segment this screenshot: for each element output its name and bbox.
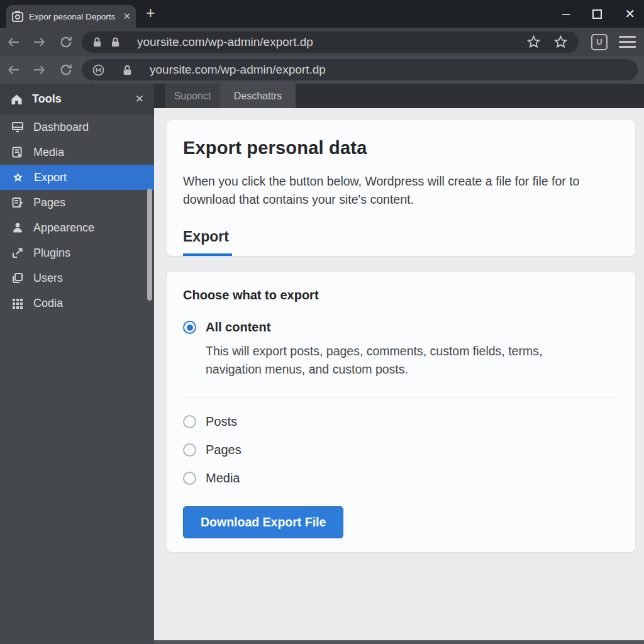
browser-window: Expor pesonal Deports ✕ + – ✕ yoursite	[0, 0, 644, 644]
sidebar-title: Tools	[32, 92, 126, 106]
content-tab-deschattrs[interactable]: Deschattrs	[220, 84, 296, 108]
sidebar-item-dashboard[interactable]: Dashboard	[0, 114, 154, 140]
users-icon	[11, 272, 24, 284]
back-icon[interactable]	[0, 36, 26, 48]
radio-selected-icon[interactable]	[183, 321, 196, 334]
export-description: When you click the button below, Wordpre…	[183, 172, 611, 209]
radio-label: Media	[206, 471, 240, 486]
forward-icon[interactable]	[26, 36, 53, 48]
window-minimize-button[interactable]: –	[562, 11, 570, 17]
sidebar-item-label: Media	[33, 146, 64, 159]
back-icon[interactable]	[0, 64, 26, 76]
sidebar-close-icon[interactable]: ✕	[135, 92, 144, 106]
grid-icon	[11, 297, 24, 309]
divider	[183, 397, 619, 397]
content-tabstrip: Suponct Deschattrs	[154, 84, 644, 108]
export-subtab[interactable]: Export	[183, 228, 619, 245]
lock-icon	[92, 36, 103, 48]
sidebar-item-users[interactable]: Users	[0, 265, 154, 291]
radio-label: Posts	[206, 414, 237, 429]
sidebar-item-plugins[interactable]: Plugins	[0, 240, 154, 265]
reload-icon[interactable]	[53, 63, 79, 77]
window-maximize-button[interactable]	[592, 9, 602, 19]
media-icon	[11, 146, 24, 158]
sidebar-item-label: Dashboard	[33, 121, 89, 134]
appearance-icon	[11, 221, 24, 234]
export-card: Export personal data When you click the …	[167, 120, 635, 256]
lock-icon	[121, 64, 133, 76]
extension-icon[interactable]: U	[591, 34, 608, 50]
plugins-icon	[11, 247, 24, 259]
badge-icon	[92, 64, 105, 77]
active-tab-underline	[183, 253, 232, 257]
address-bar[interactable]: yoursite.com/wp-admin/export.dp	[82, 59, 638, 80]
radio-option-posts[interactable]: Posts	[183, 414, 619, 430]
favicon	[11, 10, 24, 23]
all-content-description: This will export posts, pages, comments,…	[206, 342, 583, 379]
lock-icon	[110, 36, 121, 48]
sidebar-item-label: Export	[34, 171, 67, 184]
export-star-icon	[11, 171, 25, 184]
content-area: Suponct Deschattrs Export personal data …	[154, 84, 644, 644]
toolbar-primary: yoursite.com/wp-admin/export.dp U	[0, 28, 644, 56]
tab-title: Expor pesonal Deports	[29, 12, 118, 21]
radio-unselected-icon[interactable]	[183, 472, 196, 485]
radio-label: All content	[206, 320, 270, 335]
sidebar-item-codia[interactable]: Codia	[0, 291, 154, 316]
radio-unselected-icon[interactable]	[183, 443, 196, 457]
radio-option-all-content[interactable]: All content	[183, 320, 619, 335]
browser-tab[interactable]: Expor pesonal Deports ✕	[6, 5, 136, 28]
tab-close-icon[interactable]: ✕	[123, 11, 131, 22]
sidebar-item-pages[interactable]: Pages	[0, 190, 154, 215]
window-close-button[interactable]: ✕	[625, 6, 635, 21]
content-tab-suponct[interactable]: Suponct	[165, 84, 220, 108]
reload-icon[interactable]	[53, 35, 79, 49]
page-scroll-area: Export personal data When you click the …	[154, 108, 644, 644]
address-bar[interactable]: yoursite.com/wp-admin/export.dp	[82, 31, 579, 53]
choose-export-card: Choose what to export All content This w…	[167, 272, 635, 552]
title-bar: Expor pesonal Deports ✕ + – ✕	[0, 0, 644, 28]
forward-icon[interactable]	[26, 64, 53, 76]
sidebar-item-label: Plugins	[33, 247, 70, 260]
url-text[interactable]: yoursite.com/wp-admin/export.dp	[150, 63, 326, 77]
download-export-file-button[interactable]: Download Export File	[183, 506, 343, 538]
radio-option-media[interactable]: Media	[183, 470, 619, 486]
section-title: Choose what to export	[183, 288, 619, 303]
toolbar-secondary: yoursite.com/wp-admin/export.dp	[0, 56, 644, 84]
url-text[interactable]: yoursite.com/wp-admin/export.dp	[137, 35, 313, 49]
dashboard-icon	[11, 121, 24, 133]
sidebar-item-label: Codia	[33, 297, 63, 310]
sidebar-item-label: Users	[33, 272, 63, 285]
home-icon[interactable]	[10, 93, 23, 106]
new-tab-button[interactable]: +	[146, 4, 155, 22]
radio-unselected-icon[interactable]	[183, 415, 196, 428]
menu-icon[interactable]	[619, 36, 636, 48]
sidebar: Tools ✕ Dashboard Media Export	[0, 84, 154, 644]
sidebar-item-media[interactable]: Media	[0, 140, 154, 165]
bookmark-star-icon[interactable]	[553, 35, 569, 50]
sidebar-item-label: Appearence	[33, 221, 94, 235]
sidebar-header: Tools ✕	[0, 84, 154, 114]
radio-label: Pages	[206, 443, 242, 457]
sidebar-item-appearance[interactable]: Appearence	[0, 215, 154, 240]
sidebar-scrollbar[interactable]	[147, 189, 152, 301]
pages-icon	[11, 196, 24, 209]
sidebar-item-label: Pages	[33, 196, 65, 209]
sidebar-item-export[interactable]: Export	[0, 165, 154, 190]
bookmark-star-icon[interactable]	[526, 35, 541, 50]
bottom-edge-bar	[154, 640, 644, 644]
page-title: Export personal data	[183, 120, 619, 158]
radio-option-pages[interactable]: Pages	[183, 442, 619, 458]
